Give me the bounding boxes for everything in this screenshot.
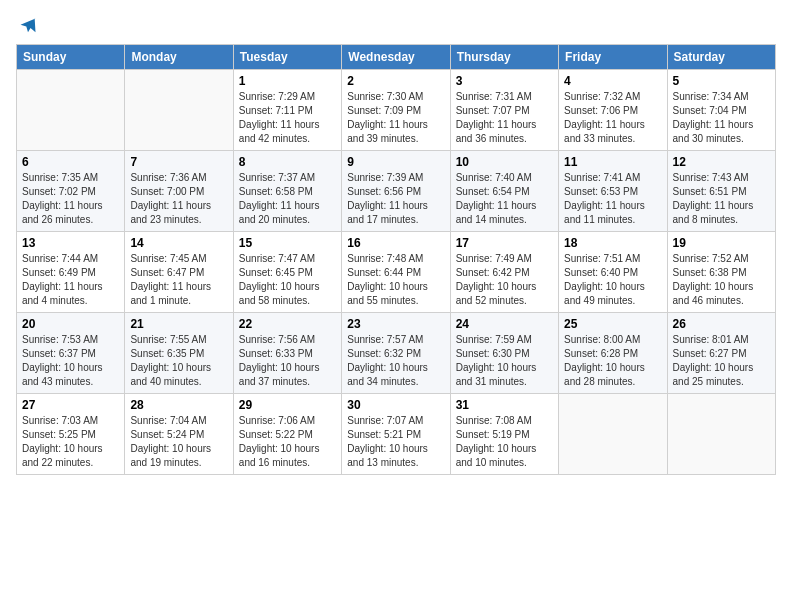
header-monday: Monday (125, 45, 233, 70)
day-number: 30 (347, 398, 444, 412)
calendar-cell: 29Sunrise: 7:06 AMSunset: 5:22 PMDayligh… (233, 394, 341, 475)
day-number: 16 (347, 236, 444, 250)
calendar-cell (17, 70, 125, 151)
day-info: Sunrise: 7:07 AMSunset: 5:21 PMDaylight:… (347, 414, 444, 470)
day-info: Sunrise: 7:37 AMSunset: 6:58 PMDaylight:… (239, 171, 336, 227)
calendar-cell: 12Sunrise: 7:43 AMSunset: 6:51 PMDayligh… (667, 151, 775, 232)
day-info: Sunrise: 7:44 AMSunset: 6:49 PMDaylight:… (22, 252, 119, 308)
day-number: 3 (456, 74, 553, 88)
calendar-cell: 6Sunrise: 7:35 AMSunset: 7:02 PMDaylight… (17, 151, 125, 232)
day-info: Sunrise: 7:57 AMSunset: 6:32 PMDaylight:… (347, 333, 444, 389)
calendar-cell: 11Sunrise: 7:41 AMSunset: 6:53 PMDayligh… (559, 151, 667, 232)
calendar-cell: 17Sunrise: 7:49 AMSunset: 6:42 PMDayligh… (450, 232, 558, 313)
calendar-cell: 23Sunrise: 7:57 AMSunset: 6:32 PMDayligh… (342, 313, 450, 394)
day-info: Sunrise: 7:40 AMSunset: 6:54 PMDaylight:… (456, 171, 553, 227)
day-number: 28 (130, 398, 227, 412)
calendar-cell: 21Sunrise: 7:55 AMSunset: 6:35 PMDayligh… (125, 313, 233, 394)
calendar-cell (559, 394, 667, 475)
calendar-body: 1Sunrise: 7:29 AMSunset: 7:11 PMDaylight… (17, 70, 776, 475)
calendar-cell: 10Sunrise: 7:40 AMSunset: 6:54 PMDayligh… (450, 151, 558, 232)
day-info: Sunrise: 7:53 AMSunset: 6:37 PMDaylight:… (22, 333, 119, 389)
day-info: Sunrise: 7:45 AMSunset: 6:47 PMDaylight:… (130, 252, 227, 308)
day-info: Sunrise: 7:41 AMSunset: 6:53 PMDaylight:… (564, 171, 661, 227)
calendar-week-3: 13Sunrise: 7:44 AMSunset: 6:49 PMDayligh… (17, 232, 776, 313)
day-number: 14 (130, 236, 227, 250)
day-info: Sunrise: 7:30 AMSunset: 7:09 PMDaylight:… (347, 90, 444, 146)
calendar-cell: 20Sunrise: 7:53 AMSunset: 6:37 PMDayligh… (17, 313, 125, 394)
day-info: Sunrise: 7:52 AMSunset: 6:38 PMDaylight:… (673, 252, 770, 308)
day-number: 29 (239, 398, 336, 412)
day-number: 10 (456, 155, 553, 169)
day-number: 6 (22, 155, 119, 169)
logo-bird-icon (18, 16, 38, 36)
day-number: 20 (22, 317, 119, 331)
day-info: Sunrise: 7:06 AMSunset: 5:22 PMDaylight:… (239, 414, 336, 470)
day-number: 7 (130, 155, 227, 169)
day-number: 11 (564, 155, 661, 169)
day-number: 24 (456, 317, 553, 331)
calendar-cell: 30Sunrise: 7:07 AMSunset: 5:21 PMDayligh… (342, 394, 450, 475)
day-number: 2 (347, 74, 444, 88)
day-number: 1 (239, 74, 336, 88)
header-friday: Friday (559, 45, 667, 70)
calendar-cell: 15Sunrise: 7:47 AMSunset: 6:45 PMDayligh… (233, 232, 341, 313)
day-info: Sunrise: 7:34 AMSunset: 7:04 PMDaylight:… (673, 90, 770, 146)
day-number: 8 (239, 155, 336, 169)
day-info: Sunrise: 7:08 AMSunset: 5:19 PMDaylight:… (456, 414, 553, 470)
day-info: Sunrise: 7:29 AMSunset: 7:11 PMDaylight:… (239, 90, 336, 146)
calendar-cell (125, 70, 233, 151)
calendar-cell: 18Sunrise: 7:51 AMSunset: 6:40 PMDayligh… (559, 232, 667, 313)
header-saturday: Saturday (667, 45, 775, 70)
day-number: 22 (239, 317, 336, 331)
calendar-cell: 7Sunrise: 7:36 AMSunset: 7:00 PMDaylight… (125, 151, 233, 232)
calendar-cell: 28Sunrise: 7:04 AMSunset: 5:24 PMDayligh… (125, 394, 233, 475)
calendar-cell: 8Sunrise: 7:37 AMSunset: 6:58 PMDaylight… (233, 151, 341, 232)
day-number: 18 (564, 236, 661, 250)
day-info: Sunrise: 7:49 AMSunset: 6:42 PMDaylight:… (456, 252, 553, 308)
day-info: Sunrise: 7:35 AMSunset: 7:02 PMDaylight:… (22, 171, 119, 227)
calendar-cell: 25Sunrise: 8:00 AMSunset: 6:28 PMDayligh… (559, 313, 667, 394)
header-wednesday: Wednesday (342, 45, 450, 70)
day-info: Sunrise: 7:03 AMSunset: 5:25 PMDaylight:… (22, 414, 119, 470)
header-row: SundayMondayTuesdayWednesdayThursdayFrid… (17, 45, 776, 70)
calendar-table: SundayMondayTuesdayWednesdayThursdayFrid… (16, 44, 776, 475)
day-number: 17 (456, 236, 553, 250)
day-number: 31 (456, 398, 553, 412)
day-info: Sunrise: 8:01 AMSunset: 6:27 PMDaylight:… (673, 333, 770, 389)
day-info: Sunrise: 7:59 AMSunset: 6:30 PMDaylight:… (456, 333, 553, 389)
day-info: Sunrise: 7:43 AMSunset: 6:51 PMDaylight:… (673, 171, 770, 227)
calendar-week-1: 1Sunrise: 7:29 AMSunset: 7:11 PMDaylight… (17, 70, 776, 151)
header-sunday: Sunday (17, 45, 125, 70)
day-number: 21 (130, 317, 227, 331)
day-info: Sunrise: 7:31 AMSunset: 7:07 PMDaylight:… (456, 90, 553, 146)
day-info: Sunrise: 7:48 AMSunset: 6:44 PMDaylight:… (347, 252, 444, 308)
day-number: 23 (347, 317, 444, 331)
calendar-week-2: 6Sunrise: 7:35 AMSunset: 7:02 PMDaylight… (17, 151, 776, 232)
calendar-cell: 16Sunrise: 7:48 AMSunset: 6:44 PMDayligh… (342, 232, 450, 313)
day-info: Sunrise: 7:39 AMSunset: 6:56 PMDaylight:… (347, 171, 444, 227)
day-number: 27 (22, 398, 119, 412)
day-info: Sunrise: 7:47 AMSunset: 6:45 PMDaylight:… (239, 252, 336, 308)
calendar-cell: 24Sunrise: 7:59 AMSunset: 6:30 PMDayligh… (450, 313, 558, 394)
calendar-week-4: 20Sunrise: 7:53 AMSunset: 6:37 PMDayligh… (17, 313, 776, 394)
calendar-cell: 2Sunrise: 7:30 AMSunset: 7:09 PMDaylight… (342, 70, 450, 151)
calendar-cell: 26Sunrise: 8:01 AMSunset: 6:27 PMDayligh… (667, 313, 775, 394)
day-info: Sunrise: 8:00 AMSunset: 6:28 PMDaylight:… (564, 333, 661, 389)
day-number: 12 (673, 155, 770, 169)
calendar-cell: 13Sunrise: 7:44 AMSunset: 6:49 PMDayligh… (17, 232, 125, 313)
day-number: 4 (564, 74, 661, 88)
calendar-cell: 22Sunrise: 7:56 AMSunset: 6:33 PMDayligh… (233, 313, 341, 394)
calendar-cell: 19Sunrise: 7:52 AMSunset: 6:38 PMDayligh… (667, 232, 775, 313)
day-info: Sunrise: 7:51 AMSunset: 6:40 PMDaylight:… (564, 252, 661, 308)
day-number: 15 (239, 236, 336, 250)
day-info: Sunrise: 7:36 AMSunset: 7:00 PMDaylight:… (130, 171, 227, 227)
day-number: 5 (673, 74, 770, 88)
logo (16, 16, 38, 36)
calendar-cell: 1Sunrise: 7:29 AMSunset: 7:11 PMDaylight… (233, 70, 341, 151)
calendar-cell: 31Sunrise: 7:08 AMSunset: 5:19 PMDayligh… (450, 394, 558, 475)
calendar-cell: 27Sunrise: 7:03 AMSunset: 5:25 PMDayligh… (17, 394, 125, 475)
page-header (16, 16, 776, 36)
header-thursday: Thursday (450, 45, 558, 70)
day-info: Sunrise: 7:32 AMSunset: 7:06 PMDaylight:… (564, 90, 661, 146)
day-number: 9 (347, 155, 444, 169)
